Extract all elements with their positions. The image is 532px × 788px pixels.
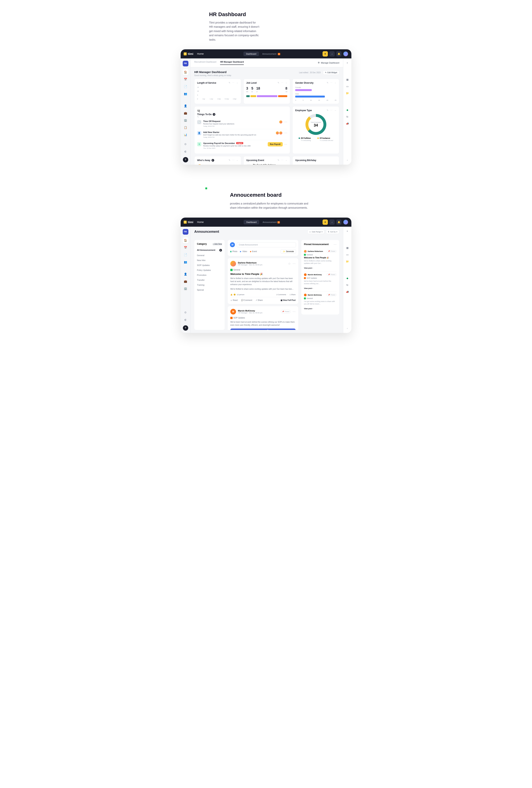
google-drive-icon[interactable]: ◆ (345, 276, 350, 280)
user-avatar[interactable] (343, 51, 348, 57)
help-button[interactable]: ? (183, 157, 188, 162)
video-button[interactable]: ▶Video (240, 250, 247, 253)
edit-icon[interactable]: ✎ (327, 109, 329, 112)
add-panel-icon[interactable]: + (345, 61, 350, 65)
manage-dashboard-button[interactable]: ⚙ Manage Dashboard (318, 61, 339, 64)
pinned-item[interactable]: Marvin McKinney📌 Pinned General I've got… (304, 292, 337, 312)
category-item[interactable]: SOP Updates (197, 263, 222, 268)
category-item[interactable]: Promotion (197, 273, 222, 277)
event-button[interactable]: ◆Event (250, 250, 257, 253)
nav-briefcase-icon[interactable]: 💼 (182, 278, 189, 284)
workspace-badge[interactable]: FIK (183, 61, 189, 66)
add-category-button[interactable]: + Add New (213, 243, 222, 245)
category-item[interactable]: Special (197, 288, 222, 292)
more-icon[interactable]: ⋯ (293, 310, 296, 313)
search-icon[interactable]: ⌕ (329, 219, 335, 225)
category-item[interactable]: New Hire (197, 258, 222, 263)
notification-icon[interactable]: 🔔 (336, 51, 341, 57)
folder-icon[interactable]: 📁 (345, 259, 350, 264)
category-item[interactable]: General (197, 253, 222, 258)
create-button[interactable]: + (322, 219, 328, 225)
logo[interactable]: ✦tiimi (184, 221, 193, 224)
google-drive-icon[interactable]: ◆ (345, 108, 350, 112)
expand-icon[interactable]: → (236, 82, 238, 84)
category-item[interactable]: Training (197, 282, 222, 288)
search-icon[interactable]: ⌕ (329, 51, 335, 57)
expand-icon[interactable]: → (285, 159, 287, 161)
todo-item[interactable]: $ Upcoming Payroll for December Urgent R… (197, 140, 287, 151)
grid-icon[interactable]: ▦ (345, 246, 350, 250)
nav-calendar-icon[interactable]: 📅 (182, 76, 189, 82)
home-link[interactable]: Home (197, 52, 204, 55)
edit-icon[interactable]: ✎ (278, 82, 279, 84)
share-button[interactable]: ↗ Share (256, 299, 262, 301)
view-post-link[interactable]: View post › (304, 267, 313, 269)
create-button[interactable]: + (322, 51, 328, 57)
nav-files-icon[interactable]: 📄 (182, 252, 189, 258)
event-item[interactable]: Dec 07 The Feast of St. Ambrose (Milan) … (246, 164, 288, 165)
notion-icon[interactable]: N (345, 283, 350, 288)
megaphone-icon[interactable]: 📣 (345, 121, 350, 126)
photo-button[interactable]: ▣Photo (230, 250, 237, 253)
sort-by-filter[interactable]: ⇅Sort by▾ (326, 230, 339, 234)
more-icon[interactable]: ⋯ (281, 159, 283, 161)
view-full-post-button[interactable]: ▦ View Full Post (281, 299, 296, 301)
nav-home-icon[interactable]: 🏠 (182, 237, 189, 243)
notion-icon[interactable]: N (345, 115, 350, 119)
tab-announcement[interactable]: Announcement 3 (260, 52, 283, 56)
logo[interactable]: ✦ tiimi (184, 52, 193, 55)
nav-settings-icon[interactable]: ⚙ (182, 141, 189, 147)
nav-briefcase-icon[interactable]: 💼 (182, 110, 189, 116)
nav-files-icon[interactable]: 📄 (182, 83, 189, 90)
folder-icon[interactable]: 📁 (345, 91, 350, 96)
more-icon[interactable]: ⋯ (284, 131, 287, 135)
nav-doc-icon[interactable]: 📋 (182, 124, 189, 131)
comment-button[interactable]: 💬 Comment (241, 299, 252, 301)
nav-report-icon[interactable]: 📊 (182, 132, 189, 138)
expand-icon[interactable]: → (285, 82, 287, 84)
todo-item[interactable]: 🕐 Time Off Request Review four request n… (197, 118, 287, 129)
tab-dashboard[interactable]: Dashboard (243, 52, 259, 56)
view-post-link[interactable]: View post › (304, 288, 313, 289)
expand-icon[interactable]: → (236, 159, 238, 161)
more-icon[interactable]: ⋯ (293, 262, 296, 265)
more-icon[interactable]: ⋯ (232, 82, 234, 84)
more-icon[interactable]: ⋯ (334, 243, 337, 246)
compose-input[interactable]: Create Announcement (237, 242, 296, 248)
user-avatar[interactable] (343, 219, 348, 225)
more-icon[interactable]: ⋯ (330, 82, 332, 84)
card-icon[interactable]: ▭ (345, 84, 350, 89)
star-icon[interactable]: ☆ (288, 262, 291, 265)
run-payroll-button[interactable]: Run Payroll (268, 142, 283, 146)
more-icon[interactable]: ⋯ (284, 120, 287, 124)
more-icon[interactable]: ⋯ (281, 82, 283, 84)
nav-org-icon[interactable]: 🏢 (182, 117, 189, 123)
away-item[interactable]: Darlene Robertson Medical leave Monday 1… (197, 164, 238, 165)
more-icon[interactable]: ⋯ (284, 142, 287, 146)
more-icon[interactable]: ⋯ (201, 116, 203, 118)
expand-icon[interactable]: → (334, 82, 336, 84)
card-icon[interactable]: ▭ (345, 253, 350, 257)
category-item[interactable]: Policy Updates (197, 268, 222, 273)
nav-user-icon[interactable]: 👤 (182, 271, 189, 277)
edit-icon[interactable]: ✎ (197, 116, 199, 118)
megaphone-icon[interactable]: 📣 (345, 290, 350, 294)
more-icon[interactable]: ⋯ (232, 159, 234, 161)
edit-icon[interactable]: ✎ (278, 159, 279, 161)
edit-icon[interactable]: ✎ (327, 82, 329, 84)
subtab-recruitment[interactable]: Recruitment Dashboard (194, 61, 216, 65)
workspace-badge[interactable]: FIK (183, 229, 189, 235)
edit-widget-button[interactable]: ✎ Edit Widget (323, 71, 339, 75)
nav-org-icon[interactable]: 🏢 (182, 285, 189, 292)
tab-dashboard[interactable]: Dashboard (243, 220, 259, 224)
help-button[interactable]: ? (183, 325, 188, 331)
nav-user-icon[interactable]: 👤 (182, 103, 189, 109)
add-panel-icon[interactable]: + (345, 229, 350, 234)
edit-icon[interactable]: ✎ (229, 159, 230, 161)
category-all[interactable]: All Announcement 6 (197, 248, 222, 253)
expand-icon[interactable]: → (205, 116, 207, 118)
collapse-icon[interactable]: ‹ (345, 326, 350, 331)
nav-toggle-icon[interactable]: ◐ (182, 148, 189, 154)
nav-calendar-icon[interactable]: 📅 (182, 244, 189, 251)
date-range-filter[interactable]: ▭Date Range▾ (307, 230, 324, 234)
